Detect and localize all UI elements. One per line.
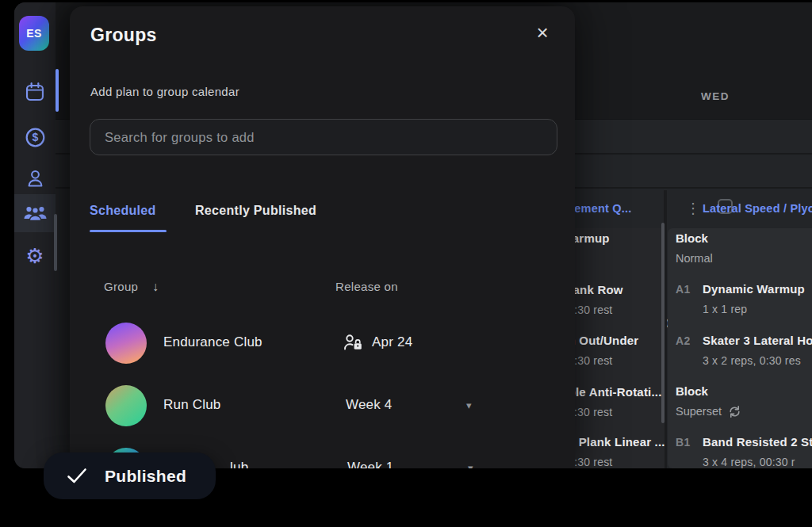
block-subtitle: Normal: [676, 252, 713, 265]
chevron-down-icon[interactable]: ▾: [468, 462, 473, 468]
exercise-meta: 3 x 2 reps, 0:30 res: [703, 354, 801, 367]
sidebar-item-settings[interactable]: ⚙: [14, 237, 56, 275]
sidebar-item-billing[interactable]: $: [14, 118, 56, 156]
block-title: Block: [676, 384, 708, 398]
dollar-icon: $: [25, 127, 46, 148]
workout-card-left: Warmup Plank Row , 0:30 rest ch Out/Unde…: [561, 228, 665, 468]
group-search-input[interactable]: [90, 119, 557, 155]
exercise-label: A1: [676, 283, 691, 296]
published-toast: Published: [44, 453, 216, 499]
workspace-avatar[interactable]: ES: [19, 16, 49, 51]
workout-card-right: Block Normal A1 Dynamic Warmup 1 x 1 rep…: [668, 228, 812, 468]
exercise-meta: 3 x 4 reps, 00:30 r: [703, 456, 795, 468]
kebab-menu-icon[interactable]: ⋮: [686, 200, 700, 216]
app-window: WED Day 2 + ovement Q... ⋮ Lateral Speed…: [14, 2, 812, 468]
calendar-icon: [25, 82, 45, 102]
block-subtitle: Superset: [676, 405, 722, 418]
exercise-name[interactable]: Band Resisted 2 Step: [703, 435, 812, 449]
sidebar-item-groups[interactable]: [14, 194, 56, 232]
group-name: lub: [230, 460, 248, 468]
toast-label: Published: [105, 467, 186, 486]
sidebar-item-clients[interactable]: [14, 159, 56, 197]
active-nav-indicator: [56, 69, 59, 112]
checkmark-icon: [67, 468, 87, 484]
user-lock-icon: [343, 334, 364, 352]
weekday-header: WED: [668, 90, 763, 102]
release-date: Apr 24: [372, 334, 412, 350]
tab-scheduled[interactable]: Scheduled: [90, 204, 156, 218]
exercise-meta: 1 x 1 rep: [703, 303, 747, 315]
group-name: Run Club: [163, 397, 220, 413]
release-week-select[interactable]: Week 1: [347, 460, 394, 468]
groups-modal: Groups × Add plan to group calendar Sche…: [70, 6, 575, 468]
screen: WED Day 2 + ovement Q... ⋮ Lateral Speed…: [0, 0, 812, 527]
person-icon: [25, 169, 45, 189]
exercise-name: all Plank Linear ...: [561, 435, 665, 449]
active-tab-underline: [90, 230, 167, 232]
modal-title: Groups: [90, 25, 157, 46]
sidebar-item-calendar[interactable]: [14, 73, 56, 111]
card-scrollbar[interactable]: [661, 223, 665, 423]
sidebar-scrollbar[interactable]: [54, 214, 57, 271]
block-title: Block: [676, 231, 708, 245]
tab-recently-published[interactable]: Recently Published: [195, 204, 316, 218]
close-icon[interactable]: ×: [528, 19, 557, 48]
gear-icon: ⚙: [25, 246, 44, 266]
column-header-group[interactable]: Group: [104, 280, 138, 293]
modal-subtitle: Add plan to group calendar: [90, 85, 239, 98]
exercise-name[interactable]: Skater 3 Lateral Hop: [703, 334, 812, 347]
workout-title-left[interactable]: ovement Q...: [561, 202, 656, 215]
group-avatar: [105, 385, 147, 426]
sidebar: ES $: [14, 2, 56, 468]
sort-descending-icon[interactable]: ↓: [152, 280, 159, 294]
superset-repeat-icon: [728, 405, 741, 418]
workout-title-right[interactable]: Lateral Speed / Plyo: [703, 202, 812, 215]
group-name: Endurance Club: [163, 334, 262, 350]
exercise-name: able Anti-Rotati...: [561, 385, 662, 399]
exercise-name[interactable]: Dynamic Warmup: [703, 282, 805, 296]
people-icon: [23, 203, 48, 223]
group-avatar: [105, 323, 147, 364]
exercise-label: B1: [676, 436, 691, 449]
column-header-release-on: Release on: [335, 280, 398, 293]
chevron-down-icon[interactable]: ▾: [466, 399, 472, 411]
exercise-label: A2: [676, 334, 691, 347]
release-week-select[interactable]: Week 4: [346, 397, 393, 413]
svg-text:$: $: [32, 131, 38, 143]
